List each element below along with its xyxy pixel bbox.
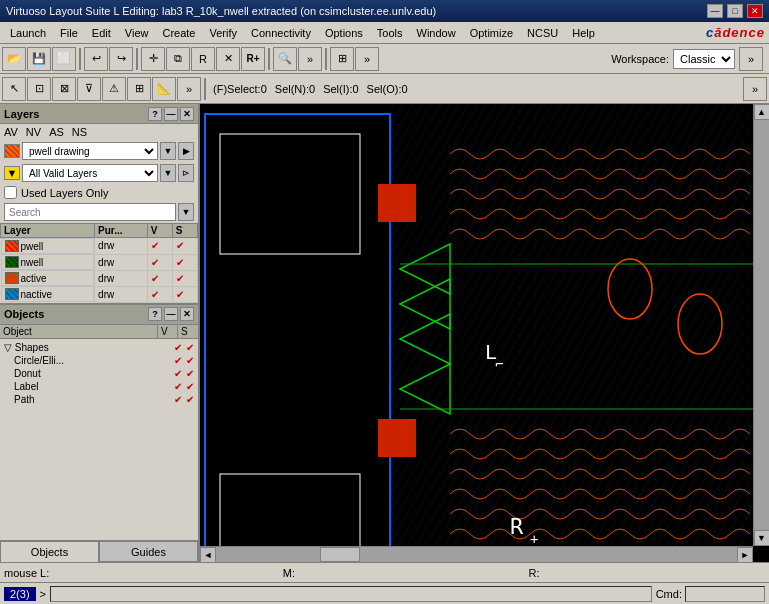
menu-create[interactable]: Create xyxy=(156,25,201,41)
objects-help-button[interactable]: ? xyxy=(148,307,162,321)
canvas-content: L ⌐ R + xyxy=(200,104,753,546)
objects-header-buttons: ? — ✕ xyxy=(148,307,194,321)
stretch-button[interactable]: R xyxy=(191,47,215,71)
tab-guides[interactable]: Guides xyxy=(99,541,198,562)
objects-header: Objects ? — ✕ xyxy=(0,305,198,325)
check-v-icon[interactable]: ✔ xyxy=(151,273,159,284)
scroll-track-horizontal[interactable] xyxy=(216,547,737,562)
layer-dropdown-btn[interactable]: ▼ xyxy=(160,142,176,160)
move-button[interactable]: ✛ xyxy=(141,47,165,71)
search-dropdown-btn[interactable]: ▼ xyxy=(178,203,194,221)
current-layer-dropdown[interactable]: pwell drawing xyxy=(22,142,158,160)
tb-more-4[interactable]: » xyxy=(743,77,767,101)
menu-verify[interactable]: Verify xyxy=(203,25,243,41)
layers-panel: Layers ? — ✕ AV NV AS NS pwell drawing xyxy=(0,104,198,305)
check-s-icon[interactable]: ✔ xyxy=(176,240,184,251)
close-button[interactable]: ✕ xyxy=(747,4,763,18)
workspace-expand[interactable]: » xyxy=(739,47,763,71)
zoom-in-button[interactable]: 🔍 xyxy=(273,47,297,71)
save-button[interactable]: 💾 xyxy=(27,47,51,71)
menu-help[interactable]: Help xyxy=(566,25,601,41)
menu-connectivity[interactable]: Connectivity xyxy=(245,25,317,41)
check-v-icon[interactable]: ✔ xyxy=(151,240,159,251)
layer-settings-btn[interactable]: ▶ xyxy=(178,142,194,160)
copy-button[interactable]: ⧉ xyxy=(166,47,190,71)
delete-button[interactable]: ✕ xyxy=(216,47,240,71)
open-button[interactable]: 📂 xyxy=(2,47,26,71)
used-layers-checkbox[interactable] xyxy=(4,186,17,199)
workspace-select[interactable]: Classic xyxy=(673,49,735,69)
table-row[interactable]: nwell drw ✔ ✔ xyxy=(1,254,198,270)
objects-minimize-button[interactable]: — xyxy=(164,307,178,321)
grid-button[interactable]: ⊞ xyxy=(127,77,151,101)
check-s-icon[interactable]: ✔ xyxy=(176,273,184,284)
undo-button[interactable]: ↩ xyxy=(84,47,108,71)
layers-close-button[interactable]: ✕ xyxy=(180,107,194,121)
cmd-prompt: 2(3) xyxy=(4,587,36,601)
cell-purpose: drw xyxy=(95,238,148,255)
menu-bar: Launch File Edit View Create Verify Conn… xyxy=(0,22,769,44)
layers-minimize-button[interactable]: — xyxy=(164,107,178,121)
menu-optimize[interactable]: Optimize xyxy=(464,25,519,41)
all-valid-btn[interactable]: ▼ xyxy=(160,164,176,182)
check-v-icon[interactable]: ✔ xyxy=(151,289,159,300)
menu-ncsu[interactable]: NCSU xyxy=(521,25,564,41)
tb-more-2[interactable]: » xyxy=(355,47,379,71)
sel-o-status: Sel(O):0 xyxy=(367,83,408,95)
ruler-button[interactable]: 📐 xyxy=(152,77,176,101)
menu-edit[interactable]: Edit xyxy=(86,25,117,41)
scroll-down-button[interactable]: ▼ xyxy=(754,530,770,546)
layers-help-button[interactable]: ? xyxy=(148,107,162,121)
list-item[interactable]: Label ✔ ✔ xyxy=(2,380,196,393)
tb-more-3[interactable]: » xyxy=(177,77,201,101)
cmd-field[interactable] xyxy=(685,586,765,602)
table-row[interactable]: pwell drw ✔ ✔ xyxy=(1,238,198,255)
tb-btn-r[interactable]: R+ xyxy=(241,47,265,71)
maximize-button[interactable]: □ xyxy=(727,4,743,18)
menu-window[interactable]: Window xyxy=(411,25,462,41)
tb-more-1[interactable]: » xyxy=(298,47,322,71)
check-s-icon[interactable]: ✔ xyxy=(176,257,184,268)
cell-s: ✔ xyxy=(172,286,197,302)
search-input[interactable] xyxy=(4,203,176,221)
tab-as[interactable]: AS xyxy=(49,126,64,138)
used-layers-label: Used Layers Only xyxy=(21,187,108,199)
check-s-icon[interactable]: ✔ xyxy=(176,289,184,300)
objects-tabs: Objects Guides xyxy=(0,540,198,562)
warn-button[interactable]: ⚠ xyxy=(102,77,126,101)
select-button[interactable]: ↖ xyxy=(2,77,26,101)
menu-launch[interactable]: Launch xyxy=(4,25,52,41)
objects-close-button[interactable]: ✕ xyxy=(180,307,194,321)
all-valid-extra-btn[interactable]: ⊳ xyxy=(178,164,194,182)
tab-objects[interactable]: Objects xyxy=(0,541,99,562)
scroll-left-button[interactable]: ◄ xyxy=(200,547,216,563)
menu-options[interactable]: Options xyxy=(319,25,369,41)
filter-button[interactable]: ⊽ xyxy=(77,77,101,101)
tab-av[interactable]: AV xyxy=(4,126,18,138)
table-row[interactable]: active drw ✔ ✔ xyxy=(1,270,198,286)
tab-ns[interactable]: NS xyxy=(72,126,87,138)
deselect-button[interactable]: ⊠ xyxy=(52,77,76,101)
canvas-area[interactable]: L ⌐ R + ▲ ▼ ◄ ► xyxy=(200,104,769,562)
all-valid-dropdown[interactable]: All Valid Layers xyxy=(22,164,158,182)
list-item[interactable]: Circle/Elli... ✔ ✔ xyxy=(2,354,196,367)
tb-snap[interactable]: ⊞ xyxy=(330,47,354,71)
cmd-input[interactable] xyxy=(50,586,652,602)
tab-nv[interactable]: NV xyxy=(26,126,41,138)
table-row[interactable]: nactive drw ✔ ✔ xyxy=(1,286,198,302)
scroll-right-button[interactable]: ► xyxy=(737,547,753,563)
check-v-icon[interactable]: ✔ xyxy=(151,257,159,268)
list-item[interactable]: Donut ✔ ✔ xyxy=(2,367,196,380)
menu-view[interactable]: View xyxy=(119,25,155,41)
list-item[interactable]: ▽ Shapes ✔ ✔ xyxy=(2,341,196,354)
redo-button[interactable]: ↪ xyxy=(109,47,133,71)
list-item[interactable]: Path ✔ ✔ xyxy=(2,393,196,406)
menu-tools[interactable]: Tools xyxy=(371,25,409,41)
area-select-button[interactable]: ⊡ xyxy=(27,77,51,101)
scroll-track-vertical[interactable] xyxy=(754,120,769,530)
select-status-area: (F)Select:0 Sel(N):0 Sel(I):0 Sel(O):0 xyxy=(209,83,412,95)
menu-file[interactable]: File xyxy=(54,25,84,41)
scroll-up-button[interactable]: ▲ xyxy=(754,104,770,120)
tb-btn-3[interactable]: ⬜ xyxy=(52,47,76,71)
minimize-button[interactable]: — xyxy=(707,4,723,18)
